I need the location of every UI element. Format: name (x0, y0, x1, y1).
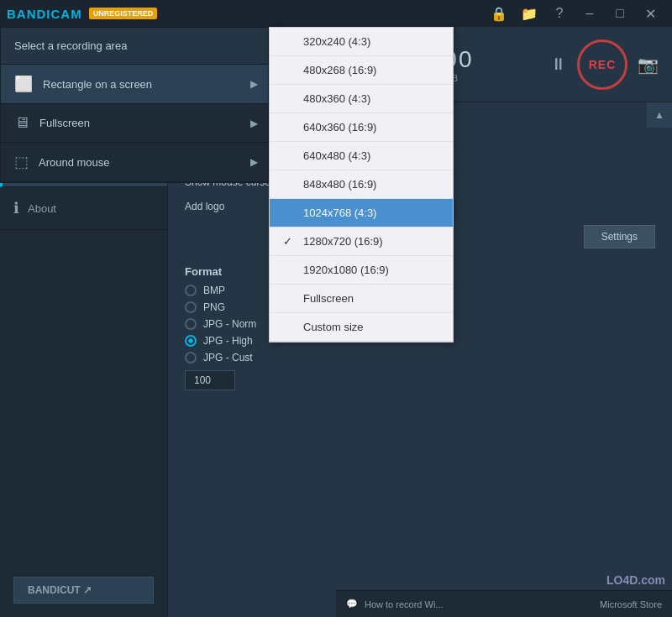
label-fullscreen-sub: Fullscreen (303, 292, 354, 305)
store-label[interactable]: Microsoft Store (600, 599, 662, 609)
submenu-640x480[interactable]: 640x480 (4:3) (270, 142, 453, 170)
fullscreen-label: Fullscreen (39, 117, 90, 129)
quality-value[interactable]: 100 (185, 370, 235, 390)
label-848x480: 848x480 (16:9) (303, 178, 376, 191)
around-mouse-icon: ⬚ (14, 153, 29, 171)
submenu-480x268[interactable]: 480x268 (16:9) (270, 56, 453, 85)
quality-row: 100 (185, 370, 655, 390)
title-bar-controls: 🔒 📁 ? – □ ✕ (484, 0, 665, 27)
collapse-button[interactable]: ▲ (647, 102, 672, 128)
rec-button[interactable]: REC (577, 39, 627, 90)
bandicut-label: BANDICUT ↗ (28, 584, 92, 596)
submenu-480x360[interactable]: 480x360 (4:3) (270, 85, 453, 113)
taskbar: 💬 How to record Wi... Microsoft Store (336, 590, 672, 617)
minimize-button[interactable]: – (575, 0, 605, 27)
radio-jpg-cust (185, 352, 197, 363)
sidebar-item-about[interactable]: ℹ About (0, 187, 167, 230)
rectangle-label: Rectangle on a screen (43, 78, 152, 91)
submenu-320x240[interactable]: 320x240 (4:3) (270, 28, 453, 56)
label-1920x1080: 1920x1080 (16:9) (303, 264, 389, 276)
dropdown-item-fullscreen[interactable]: 🖥 Fullscreen ▶ (1, 104, 268, 143)
bandicut-button[interactable]: BANDICUT ↗ (13, 577, 154, 604)
maximize-button[interactable]: □ (605, 0, 635, 27)
toolbar-controls: ⏸ REC 📷 (550, 27, 672, 102)
label-1280x720: 1280x720 (16:9) (303, 235, 383, 248)
radio-jpg-high (185, 335, 197, 347)
screenshot-button[interactable]: 📷 (638, 55, 659, 75)
recording-area-dropdown: Select a recording area ⬜ Rectangle on a… (0, 27, 269, 183)
radio-bmp (185, 285, 197, 296)
rec-label: REC (589, 58, 617, 71)
submenu-1920x1080[interactable]: 1920x1080 (16:9) (270, 256, 453, 285)
folder-icon-btn[interactable]: 📁 (514, 0, 544, 27)
label-1024x768: 1024x768 (4:3) (303, 207, 376, 219)
taskbar-message[interactable]: How to record Wi... (365, 599, 444, 609)
rectangle-icon: ⬜ (14, 75, 33, 93)
sidebar-about-label: About (28, 202, 56, 215)
label-custom-size: Custom size (303, 321, 364, 333)
around-mouse-arrow-icon: ▶ (250, 156, 258, 168)
chat-icon: 💬 (346, 599, 358, 609)
dropdown-item-rectangle[interactable]: ⬜ Rectangle on a screen ▶ (1, 65, 268, 104)
submenu-custom-size[interactable]: Custom size (270, 313, 453, 342)
label-320x240: 320x240 (4:3) (303, 35, 370, 48)
rectangle-arrow-icon: ▶ (250, 78, 258, 90)
close-button[interactable]: ✕ (635, 0, 665, 27)
radio-png (185, 301, 197, 313)
png-label: PNG (203, 301, 225, 313)
label-480x268: 480x268 (16:9) (303, 64, 376, 76)
bmp-label: BMP (203, 285, 225, 296)
label-480x360: 480x360 (4:3) (303, 92, 370, 105)
dropdown-item-around-mouse[interactable]: ⬚ Around mouse ▶ (1, 143, 268, 182)
watermark: LO4D.com (606, 573, 665, 587)
jpg-norm-label: JPG - Norm (203, 318, 256, 330)
brand-logo: BANDICAM (7, 7, 82, 21)
around-mouse-label: Around mouse (39, 156, 110, 169)
submenu-fullscreen[interactable]: Fullscreen (270, 285, 453, 313)
submenu-848x480[interactable]: 848x480 (16:9) (270, 170, 453, 199)
lock-icon-btn[interactable]: 🔒 (484, 0, 514, 27)
settings-button[interactable]: Settings (584, 225, 655, 248)
check-1280x720: ✓ (283, 235, 297, 248)
label-640x360: 640x360 (16:9) (303, 121, 376, 133)
help-icon-btn[interactable]: ? (544, 0, 575, 27)
unregistered-badge: UNREGISTERED (89, 8, 158, 19)
title-bar-left: BANDICAM UNREGISTERED (7, 7, 157, 21)
label-640x480: 640x480 (4:3) (303, 149, 370, 162)
title-bar: BANDICAM UNREGISTERED 🔒 📁 ? – □ ✕ (0, 0, 672, 27)
resolution-submenu: 320x240 (4:3) 480x268 (16:9) 480x360 (4:… (269, 27, 454, 342)
submenu-640x360[interactable]: 640x360 (16:9) (270, 113, 453, 142)
submenu-1280x720[interactable]: ✓ 1280x720 (16:9) (270, 227, 453, 256)
pause-button[interactable]: ⏸ (550, 55, 567, 74)
radio-jpg-norm (185, 318, 197, 330)
jpg-high-label: JPG - High (203, 335, 253, 347)
jpg-cust-label: JPG - Cust (203, 352, 253, 363)
format-jpg-cust[interactable]: JPG - Cust (185, 352, 655, 363)
submenu-1024x768[interactable]: 1024x768 (4:3) (270, 199, 453, 227)
sidebar-bottom: BANDICUT ↗ (0, 563, 167, 617)
fullscreen-arrow-icon: ▶ (250, 118, 258, 129)
fullscreen-menu-icon: 🖥 (14, 114, 29, 132)
watermark-text: LO4D.com (606, 573, 665, 587)
about-icon: ℹ (13, 199, 19, 217)
dropdown-header: Select a recording area (1, 28, 268, 65)
